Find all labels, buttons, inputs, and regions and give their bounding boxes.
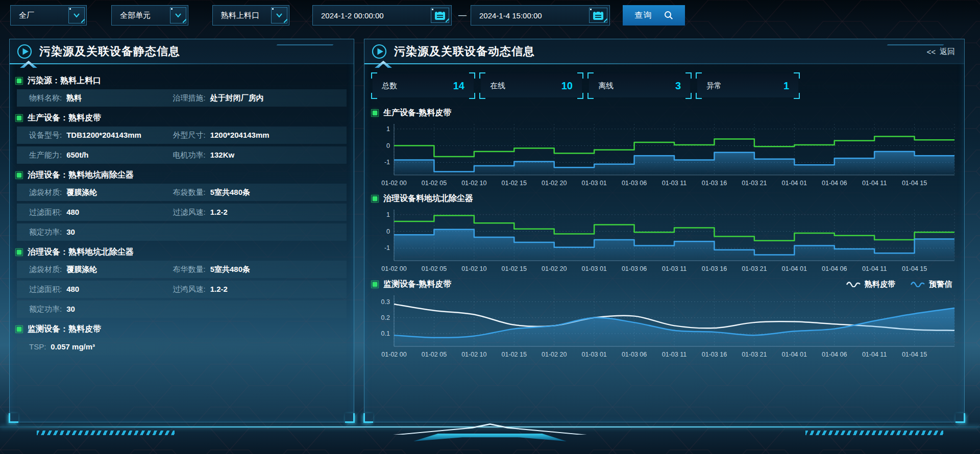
field-label: 设备型号: bbox=[29, 131, 62, 140]
svg-text:0.3: 0.3 bbox=[381, 298, 390, 306]
stat-value: 14 bbox=[453, 80, 464, 92]
svg-text:01-04 06: 01-04 06 bbox=[822, 351, 847, 358]
footer-peak-shape bbox=[393, 423, 587, 435]
bracket-corner bbox=[577, 72, 583, 79]
unit-select[interactable]: 全部单元 bbox=[111, 5, 188, 26]
calendar-icon[interactable] bbox=[589, 8, 607, 23]
section-header: 生产设备：熟料皮带 bbox=[17, 109, 347, 127]
source-select[interactable]: 熟料上料口 bbox=[212, 5, 289, 26]
header-notch-decoration bbox=[277, 39, 338, 45]
info-cell: 过滤面积:480 bbox=[29, 285, 173, 294]
chart: 治理设备料地坑北除尘器10-101-02 0001-02 0501-02 100… bbox=[373, 191, 956, 274]
start-datetime-input[interactable]: 2024-1-2 00:00:00 bbox=[312, 5, 452, 26]
svg-text:01-04 15: 01-04 15 bbox=[902, 351, 927, 358]
chevron-down-icon[interactable] bbox=[170, 7, 186, 23]
bracket-corner bbox=[469, 72, 475, 79]
stat-value: 3 bbox=[675, 80, 681, 92]
field-label: 电机功率: bbox=[173, 150, 206, 160]
footer-hatch-right bbox=[805, 431, 943, 435]
back-button[interactable]: << 返回 bbox=[926, 39, 955, 64]
bracket-corner bbox=[794, 93, 800, 99]
field-value: 1.2-2 bbox=[210, 285, 228, 293]
play-icon bbox=[17, 44, 32, 59]
stat-label: 在线 bbox=[490, 81, 505, 91]
double-chevron-left-icon: << bbox=[926, 47, 936, 56]
bracket-corner bbox=[696, 93, 702, 99]
chevron-down-icon[interactable] bbox=[68, 7, 85, 23]
field-value: TDB1200*204143mm bbox=[66, 131, 141, 139]
search-icon bbox=[664, 11, 673, 20]
dynamic-panel-header: 污染源及关联设备动态信息 << 返回 bbox=[364, 39, 964, 64]
field-value: 5室共480条 bbox=[210, 265, 250, 274]
chart-title: 监测设备-熟料皮带 bbox=[383, 279, 451, 290]
section-title: 治理设备：熟料地坑南除尘器 bbox=[28, 170, 134, 181]
field-label: TSP: bbox=[29, 342, 46, 351]
bracket-corner bbox=[794, 72, 800, 79]
chart-title-row: 监测设备-熟料皮带熟料皮带预警信 bbox=[373, 277, 956, 291]
green-square-icon bbox=[373, 111, 377, 115]
info-row: 滤袋材质:覆膜涤纶布华数量:5室共480条 bbox=[17, 261, 347, 278]
field-label: 滤袋材质: bbox=[29, 188, 62, 197]
footer-hatch-left bbox=[37, 431, 175, 435]
legend-item[interactable]: 预警信 bbox=[911, 280, 952, 289]
static-panel-title: 污染源及关联设备静态信息 bbox=[39, 44, 180, 59]
query-button[interactable]: 查询 bbox=[623, 5, 685, 26]
green-square-icon bbox=[17, 250, 21, 255]
date-range-separator: — bbox=[456, 5, 469, 26]
info-cell: 外型尺寸:1200*204143mm bbox=[173, 131, 341, 140]
svg-text:01-03 21: 01-03 21 bbox=[742, 180, 767, 187]
field-value: 熟料 bbox=[66, 93, 82, 103]
bracket-corner bbox=[371, 93, 377, 99]
chart-title: 治理设备料地坑北除尘器 bbox=[383, 193, 473, 204]
filter-toolbar: 全厂 全部单元 熟料上料口 2024-1-2 00:00:00 — bbox=[0, 0, 980, 30]
chevron-down-icon[interactable] bbox=[271, 7, 287, 23]
info-cell: TSP:0.057 mg/m³ bbox=[29, 342, 173, 351]
svg-text:01-03 11: 01-03 11 bbox=[662, 180, 687, 187]
bracket-corner bbox=[479, 72, 485, 79]
info-cell: 物料名称:熟料 bbox=[29, 93, 173, 103]
svg-text:01-04 01: 01-04 01 bbox=[782, 265, 807, 272]
svg-text:01-03 21: 01-03 21 bbox=[742, 265, 767, 272]
static-info-panel: 污染源及关联设备静态信息 污染源：熟料上料口物料名称:熟料治理措施:处于封闭厂房… bbox=[9, 39, 354, 422]
bracket-corner bbox=[587, 72, 594, 79]
plant-select[interactable]: 全厂 bbox=[10, 5, 87, 26]
section-header: 污染源：熟料上料口 bbox=[17, 72, 347, 89]
green-square-icon bbox=[373, 196, 377, 201]
bracket-corner bbox=[587, 93, 594, 99]
svg-text:01-02 10: 01-02 10 bbox=[461, 265, 486, 272]
info-row: 生产能力:650t/h电机功率:132Kw bbox=[17, 146, 347, 164]
svg-text:01-03 11: 01-03 11 bbox=[662, 351, 687, 358]
info-cell: 额定功率:30 bbox=[29, 228, 173, 237]
end-datetime-input[interactable]: 2024-1-4 15:00:00 bbox=[471, 5, 610, 26]
chart: 监测设备-熟料皮带熟料皮带预警信0.30.20.101-02 0001-02 0… bbox=[373, 277, 956, 360]
info-cell: 滤袋材质:覆膜涤纶 bbox=[29, 188, 173, 197]
calendar-icon[interactable] bbox=[431, 8, 449, 23]
footer-decoration bbox=[0, 422, 980, 454]
info-row: 物料名称:熟料治理措施:处于封闭厂房内 bbox=[17, 89, 347, 107]
svg-text:01-03 11: 01-03 11 bbox=[662, 265, 687, 272]
field-value: 30 bbox=[66, 228, 75, 236]
footer-under-shape bbox=[413, 434, 567, 441]
svg-text:01-02 20: 01-02 20 bbox=[542, 180, 567, 187]
stat-box: 在线10 bbox=[481, 74, 582, 97]
svg-text:0.1: 0.1 bbox=[381, 330, 390, 337]
svg-text:01-03 21: 01-03 21 bbox=[742, 351, 767, 358]
info-row: 过滤面积:480过鸿风速:1.2-2 bbox=[17, 281, 347, 298]
field-value: 30 bbox=[66, 305, 75, 313]
info-row: 滤袋材质:覆膜涤纶布袋数量:5室共480条 bbox=[17, 184, 347, 201]
chart-title-row: 治理设备料地坑北除尘器 bbox=[373, 191, 956, 206]
legend-item[interactable]: 熟料皮带 bbox=[846, 280, 895, 289]
chart-canvas: 10-101-02 0001-02 0501-02 1001-02 1501-0… bbox=[373, 120, 958, 188]
section-title: 监测设备：熟料皮带 bbox=[28, 324, 101, 335]
footer-emblem bbox=[383, 422, 597, 443]
svg-text:0: 0 bbox=[386, 142, 390, 149]
svg-text:01-02 00: 01-02 00 bbox=[381, 265, 406, 272]
svg-text:01-02 20: 01-02 20 bbox=[542, 265, 567, 272]
bracket-corner bbox=[696, 72, 702, 79]
svg-text:01-04 11: 01-04 11 bbox=[862, 351, 887, 358]
svg-text:1: 1 bbox=[386, 211, 390, 218]
info-cell: 治理措施:处于封闭厂房内 bbox=[173, 93, 341, 103]
stat-box: 总数14 bbox=[373, 74, 474, 97]
field-label: 额定功率: bbox=[29, 228, 62, 237]
svg-text:01-03 16: 01-03 16 bbox=[702, 180, 727, 187]
